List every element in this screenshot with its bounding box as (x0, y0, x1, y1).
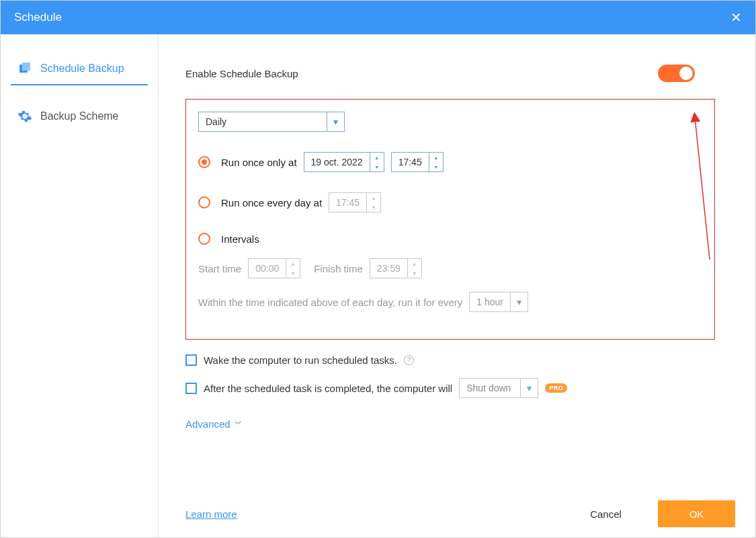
schedule-dialog: Schedule ✕ Schedule Backup Backup Scheme… (0, 0, 756, 538)
spin-down-icon[interactable]: ▼ (408, 268, 421, 278)
spin-up-icon[interactable]: ▲ (286, 259, 300, 268)
cancel-button[interactable]: Cancel (567, 500, 644, 527)
intervals-every-row: Within the time indicated above of each … (198, 292, 702, 312)
post-action-dropdown[interactable]: Shut down ▾ (459, 378, 538, 398)
schedule-options-box: Daily ▾ Run once only at 19 oct. 2022 ▲▼… (185, 99, 715, 340)
chevron-down-icon[interactable]: ▾ (327, 112, 344, 131)
wake-row: Wake the computer to run scheduled tasks… (185, 354, 715, 366)
wake-label: Wake the computer to run scheduled tasks… (204, 354, 397, 366)
footer-buttons: Cancel OK (567, 500, 735, 527)
enable-row: Enable Schedule Backup (185, 65, 715, 82)
after-task-label: After the scheduled task is completed, t… (204, 383, 452, 394)
titlebar: Schedule ✕ (1, 1, 755, 34)
start-time-input[interactable]: 00:00 ▲▼ (248, 258, 300, 278)
frequency-dropdown[interactable]: Daily ▾ (198, 112, 345, 132)
advanced-link[interactable]: Advanced ︾ (185, 418, 242, 430)
footer: Learn more Cancel OK (159, 490, 755, 537)
spin-up-icon[interactable]: ▲ (370, 153, 384, 162)
close-icon[interactable]: ✕ (730, 9, 742, 26)
intervals-row: Intervals (198, 233, 702, 245)
after-task-row: After the scheduled task is completed, t… (185, 378, 715, 398)
learn-more-link[interactable]: Learn more (185, 508, 237, 520)
sidebar-item-label: Schedule Backup (40, 63, 124, 75)
chevron-down-icon[interactable]: ▾ (510, 293, 528, 311)
svg-rect-1 (22, 63, 30, 71)
gear-icon (17, 109, 32, 124)
within-text: Within the time indicated above of each … (198, 297, 462, 308)
chevron-down-icon[interactable]: ▾ (520, 379, 538, 397)
sidebar: Schedule Backup Backup Scheme (1, 34, 159, 537)
spin-down-icon[interactable]: ▼ (286, 268, 300, 278)
run-once-time-input[interactable]: 17:45 ▲▼ (391, 152, 444, 172)
run-once-daily-time-input[interactable]: 17:45 ▲▼ (329, 192, 381, 213)
run-once-only-label: Run once only at (221, 157, 297, 168)
run-once-daily-row: Run once every day at 17:45 ▲▼ (198, 192, 702, 213)
enable-toggle[interactable] (658, 65, 695, 82)
pro-badge: PRO (545, 383, 567, 393)
frequency-value: Daily (199, 116, 327, 127)
dialog-body: Schedule Backup Backup Scheme Enable Sch… (1, 34, 755, 537)
finish-time-label: Finish time (314, 263, 363, 274)
enable-label: Enable Schedule Backup (185, 68, 298, 79)
sidebar-item-schedule-backup[interactable]: Schedule Backup (11, 54, 148, 85)
spin-up-icon[interactable]: ▲ (367, 193, 380, 202)
intervals-label: Intervals (221, 233, 259, 245)
finish-time-input[interactable]: 23:59 ▲▼ (370, 258, 422, 278)
run-once-date-input[interactable]: 19 oct. 2022 ▲▼ (304, 152, 384, 172)
intervals-radio[interactable] (198, 233, 210, 245)
spin-down-icon[interactable]: ▼ (367, 202, 380, 212)
run-once-daily-radio[interactable] (198, 196, 210, 208)
help-icon[interactable]: ? (404, 355, 414, 365)
spin-down-icon[interactable]: ▼ (429, 162, 443, 171)
start-time-label: Start time (198, 263, 241, 274)
run-once-only-row: Run once only at 19 oct. 2022 ▲▼ 17:45 ▲… (198, 152, 702, 172)
spin-down-icon[interactable]: ▼ (370, 162, 384, 171)
spin-up-icon[interactable]: ▲ (408, 259, 421, 268)
sidebar-item-label: Backup Scheme (40, 110, 119, 122)
intervals-times-row: Start time 00:00 ▲▼ Finish time 23:59 ▲▼ (198, 258, 702, 278)
interval-every-dropdown[interactable]: 1 hour ▾ (469, 292, 528, 312)
after-task-checkbox[interactable] (185, 383, 197, 394)
main-panel: Enable Schedule Backup Daily ▾ Run once … (159, 34, 755, 537)
ok-button[interactable]: OK (658, 500, 735, 527)
run-once-daily-label: Run once every day at (221, 197, 322, 208)
window-title: Schedule (14, 11, 62, 24)
run-once-only-radio[interactable] (198, 156, 210, 168)
spin-up-icon[interactable]: ▲ (429, 153, 443, 162)
chevron-down-double-icon: ︾ (235, 419, 242, 429)
wake-checkbox[interactable] (185, 354, 197, 366)
schedule-backup-icon (17, 61, 32, 76)
sidebar-item-backup-scheme[interactable]: Backup Scheme (1, 102, 158, 130)
